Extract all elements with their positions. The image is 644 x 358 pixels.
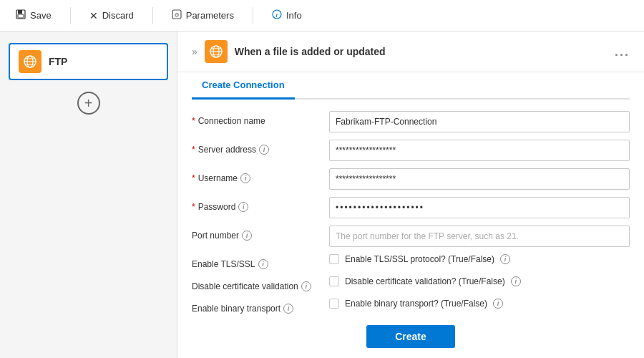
create-button[interactable]: Create xyxy=(366,325,455,348)
cert-checkbox[interactable] xyxy=(329,276,339,286)
content-area: » When a file is added or updated ... Cr… xyxy=(177,32,644,358)
binary-checkbox-info-icon[interactable]: i xyxy=(493,299,503,309)
discard-label: Discard xyxy=(102,10,134,21)
tls-checkbox-row: Enable TLS/SSL protocol? (True/False) i xyxy=(329,254,630,264)
info-toolbar-icon: i xyxy=(272,9,282,21)
main-layout: FTP + » When a file is added or updated … xyxy=(0,32,644,358)
username-label: * Username i xyxy=(192,168,321,183)
cert-info-icon[interactable]: i xyxy=(301,281,311,291)
cert-checkbox-row: Disable certificate validation? (True/Fa… xyxy=(329,276,630,286)
binary-control: Enable binary transport? (True/False) i xyxy=(329,299,630,309)
ftp-icon-box xyxy=(19,50,42,73)
toolbar-divider-2 xyxy=(152,7,153,24)
server-address-info-icon[interactable]: i xyxy=(259,145,269,155)
tls-checkbox-info-icon[interactable]: i xyxy=(500,254,510,264)
binary-checkbox[interactable] xyxy=(329,299,339,309)
binary-label: Enable binary transport i xyxy=(192,299,321,314)
password-row: * Password i xyxy=(192,197,630,218)
tls-info-icon[interactable]: i xyxy=(258,259,268,269)
svg-rect-2 xyxy=(18,14,24,18)
username-row: * Username i xyxy=(192,168,630,190)
add-step-button[interactable]: + xyxy=(77,92,100,115)
password-control xyxy=(329,197,630,218)
password-input[interactable] xyxy=(329,197,630,218)
step-header: » When a file is added or updated ... xyxy=(177,32,644,72)
required-star-3: * xyxy=(192,173,195,183)
svg-text:i: i xyxy=(275,12,278,19)
step-icon-box xyxy=(205,40,228,63)
svg-rect-1 xyxy=(18,10,22,14)
toolbar-divider xyxy=(70,7,71,24)
parameters-label: Parameters xyxy=(186,10,234,21)
info-button[interactable]: i Info xyxy=(268,6,306,24)
port-number-control xyxy=(329,226,630,247)
binary-checkbox-label: Enable binary transport? (True/False) xyxy=(345,299,487,309)
create-btn-row: Create xyxy=(192,325,630,348)
username-input[interactable] xyxy=(329,168,630,190)
step-title: When a file is added or updated xyxy=(235,46,608,57)
tls-row: Enable TLS/SSL i Enable TLS/SSL protocol… xyxy=(192,254,630,269)
cert-label: Disable certificate validation i xyxy=(192,276,321,291)
create-label: Create xyxy=(395,331,426,342)
username-control xyxy=(329,168,630,190)
ftp-card[interactable]: FTP xyxy=(9,43,168,80)
info-label: Info xyxy=(286,10,302,21)
tls-checkbox-label: Enable TLS/SSL protocol? (True/False) xyxy=(345,254,494,264)
save-icon xyxy=(16,9,26,21)
cert-checkbox-info-icon[interactable]: i xyxy=(511,276,521,286)
tls-checkbox[interactable] xyxy=(329,254,339,264)
tls-label: Enable TLS/SSL i xyxy=(192,254,321,269)
tabs: Create Connection xyxy=(192,72,630,100)
toolbar-divider-3 xyxy=(253,7,253,24)
required-star: * xyxy=(192,116,195,126)
server-address-input[interactable] xyxy=(329,140,630,161)
cert-row: Disable certificate validation i Disable… xyxy=(192,276,630,291)
step-more-button[interactable]: ... xyxy=(615,44,630,59)
form-panel: Create Connection * Connection name * Se… xyxy=(177,72,644,358)
toolbar: Save ✕ Discard @ Parameters i Info xyxy=(0,0,644,32)
sidebar: FTP + xyxy=(0,32,177,358)
server-address-row: * Server address i xyxy=(192,140,630,161)
parameters-button[interactable]: @ Parameters xyxy=(167,6,238,24)
port-number-input[interactable] xyxy=(329,226,630,247)
discard-icon: ✕ xyxy=(89,10,98,21)
tls-control: Enable TLS/SSL protocol? (True/False) i xyxy=(329,254,630,264)
connection-name-row: * Connection name xyxy=(192,111,630,132)
password-info-icon[interactable]: i xyxy=(238,202,248,212)
required-star-2: * xyxy=(192,145,195,155)
save-button[interactable]: Save xyxy=(11,6,56,24)
discard-button[interactable]: ✕ Discard xyxy=(85,7,138,24)
connection-name-input[interactable] xyxy=(329,111,630,132)
port-number-info-icon[interactable]: i xyxy=(242,231,252,241)
connection-name-control xyxy=(329,111,630,132)
tab-create-connection[interactable]: Create Connection xyxy=(192,72,295,100)
server-address-label: * Server address i xyxy=(192,140,321,155)
save-label: Save xyxy=(30,10,52,21)
parameters-icon: @ xyxy=(172,9,182,21)
svg-text:@: @ xyxy=(174,12,179,17)
port-number-label: Port number i xyxy=(192,226,321,241)
server-address-control xyxy=(329,140,630,161)
required-star-4: * xyxy=(192,202,195,212)
port-number-row: Port number i xyxy=(192,226,630,247)
username-info-icon[interactable]: i xyxy=(240,173,250,183)
chevron-icon: » xyxy=(192,46,197,57)
binary-checkbox-row: Enable binary transport? (True/False) i xyxy=(329,299,630,309)
ftp-label: FTP xyxy=(49,56,67,67)
cert-control: Disable certificate validation? (True/Fa… xyxy=(329,276,630,286)
binary-info-icon[interactable]: i xyxy=(283,304,293,314)
connection-name-label: * Connection name xyxy=(192,111,321,126)
add-icon: + xyxy=(84,95,93,112)
password-label: * Password i xyxy=(192,197,321,212)
cert-checkbox-label: Disable certificate validation? (True/Fa… xyxy=(345,276,505,286)
binary-row: Enable binary transport i Enable binary … xyxy=(192,299,630,314)
